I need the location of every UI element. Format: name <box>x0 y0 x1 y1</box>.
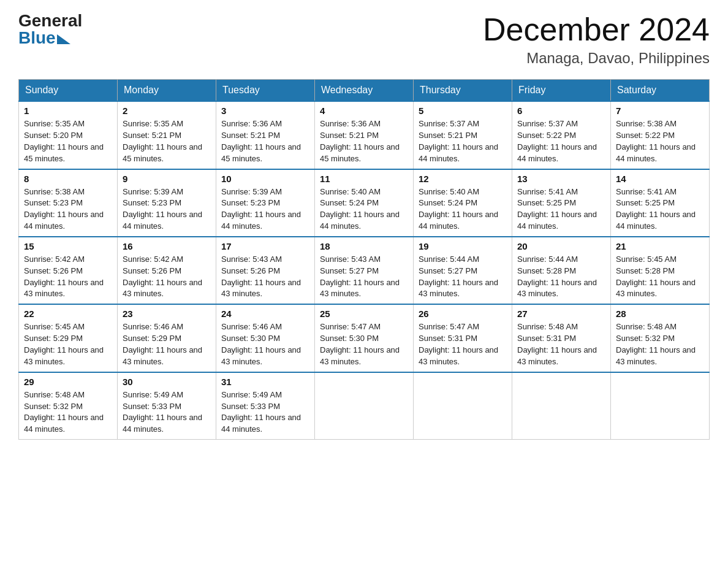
title-section: December 2024 Managa, Davao, Philippines <box>483 12 710 67</box>
calendar-cell: 11Sunrise: 5:40 AMSunset: 5:24 PMDayligh… <box>315 169 414 237</box>
day-info: Sunrise: 5:36 AMSunset: 5:21 PMDaylight:… <box>221 118 309 164</box>
calendar-cell: 26Sunrise: 5:47 AMSunset: 5:31 PMDayligh… <box>414 304 512 372</box>
day-number: 25 <box>320 308 408 319</box>
day-number: 27 <box>517 308 605 319</box>
calendar-cell: 22Sunrise: 5:45 AMSunset: 5:29 PMDayligh… <box>19 304 118 372</box>
day-number: 3 <box>221 105 309 116</box>
calendar-cell: 9Sunrise: 5:39 AMSunset: 5:23 PMDaylight… <box>118 169 216 237</box>
day-number: 24 <box>221 308 309 319</box>
day-info: Sunrise: 5:41 AMSunset: 5:25 PMDaylight:… <box>616 186 704 232</box>
column-header-monday: Monday <box>118 80 216 102</box>
column-header-tuesday: Tuesday <box>216 80 315 102</box>
calendar-cell: 1Sunrise: 5:35 AMSunset: 5:20 PMDaylight… <box>19 101 118 169</box>
day-info: Sunrise: 5:44 AMSunset: 5:28 PMDaylight:… <box>517 254 605 300</box>
week-row-5: 29Sunrise: 5:48 AMSunset: 5:32 PMDayligh… <box>19 372 710 440</box>
calendar-cell: 31Sunrise: 5:49 AMSunset: 5:33 PMDayligh… <box>216 372 315 440</box>
calendar-cell: 8Sunrise: 5:38 AMSunset: 5:23 PMDaylight… <box>19 169 118 237</box>
day-number: 26 <box>419 308 507 319</box>
day-info: Sunrise: 5:37 AMSunset: 5:22 PMDaylight:… <box>517 118 605 164</box>
day-info: Sunrise: 5:40 AMSunset: 5:24 PMDaylight:… <box>320 186 408 232</box>
day-number: 7 <box>616 105 704 116</box>
location-subtitle: Managa, Davao, Philippines <box>483 50 710 67</box>
calendar-cell: 23Sunrise: 5:46 AMSunset: 5:29 PMDayligh… <box>118 304 216 372</box>
day-info: Sunrise: 5:38 AMSunset: 5:22 PMDaylight:… <box>616 118 704 164</box>
calendar-cell: 14Sunrise: 5:41 AMSunset: 5:25 PMDayligh… <box>611 169 710 237</box>
calendar-cell: 30Sunrise: 5:49 AMSunset: 5:33 PMDayligh… <box>118 372 216 440</box>
day-number: 22 <box>24 308 112 319</box>
day-info: Sunrise: 5:48 AMSunset: 5:32 PMDaylight:… <box>24 389 112 435</box>
calendar-cell: 16Sunrise: 5:42 AMSunset: 5:26 PMDayligh… <box>118 237 216 304</box>
calendar-cell: 5Sunrise: 5:37 AMSunset: 5:21 PMDaylight… <box>414 101 512 169</box>
day-info: Sunrise: 5:47 AMSunset: 5:30 PMDaylight:… <box>320 321 408 367</box>
day-info: Sunrise: 5:45 AMSunset: 5:28 PMDaylight:… <box>616 254 704 300</box>
column-header-wednesday: Wednesday <box>315 80 414 102</box>
day-number: 29 <box>24 377 112 387</box>
column-header-friday: Friday <box>512 80 611 102</box>
day-number: 16 <box>123 241 211 251</box>
calendar-cell: 19Sunrise: 5:44 AMSunset: 5:27 PMDayligh… <box>414 237 512 304</box>
day-info: Sunrise: 5:49 AMSunset: 5:33 PMDaylight:… <box>123 389 211 435</box>
day-info: Sunrise: 5:44 AMSunset: 5:27 PMDaylight:… <box>419 254 507 300</box>
logo: General Blue <box>18 12 82 47</box>
logo-arrow-icon <box>57 34 70 44</box>
calendar-cell: 6Sunrise: 5:37 AMSunset: 5:22 PMDaylight… <box>512 101 611 169</box>
column-header-saturday: Saturday <box>611 80 710 102</box>
day-number: 1 <box>24 105 112 116</box>
calendar-cell: 10Sunrise: 5:39 AMSunset: 5:23 PMDayligh… <box>216 169 315 237</box>
day-info: Sunrise: 5:43 AMSunset: 5:27 PMDaylight:… <box>320 254 408 300</box>
calendar-cell: 4Sunrise: 5:36 AMSunset: 5:21 PMDaylight… <box>315 101 414 169</box>
calendar-table: SundayMondayTuesdayWednesdayThursdayFrid… <box>18 79 710 440</box>
calendar-cell: 17Sunrise: 5:43 AMSunset: 5:26 PMDayligh… <box>216 237 315 304</box>
calendar-cell: 15Sunrise: 5:42 AMSunset: 5:26 PMDayligh… <box>19 237 118 304</box>
day-info: Sunrise: 5:40 AMSunset: 5:24 PMDaylight:… <box>419 186 507 232</box>
calendar-cell: 21Sunrise: 5:45 AMSunset: 5:28 PMDayligh… <box>611 237 710 304</box>
calendar-cell: 27Sunrise: 5:48 AMSunset: 5:31 PMDayligh… <box>512 304 611 372</box>
logo-blue-text: Blue <box>18 29 56 47</box>
page-header: General Blue December 2024 Managa, Davao… <box>18 12 710 67</box>
day-number: 13 <box>517 174 605 184</box>
day-info: Sunrise: 5:48 AMSunset: 5:31 PMDaylight:… <box>517 321 605 367</box>
calendar-cell <box>512 372 611 440</box>
day-number: 4 <box>320 105 408 116</box>
day-number: 15 <box>24 241 112 251</box>
day-number: 14 <box>616 174 704 184</box>
day-info: Sunrise: 5:45 AMSunset: 5:29 PMDaylight:… <box>24 321 112 367</box>
week-row-3: 15Sunrise: 5:42 AMSunset: 5:26 PMDayligh… <box>19 237 710 304</box>
day-number: 17 <box>221 241 309 251</box>
day-info: Sunrise: 5:43 AMSunset: 5:26 PMDaylight:… <box>221 254 309 300</box>
calendar-cell: 25Sunrise: 5:47 AMSunset: 5:30 PMDayligh… <box>315 304 414 372</box>
calendar-cell: 18Sunrise: 5:43 AMSunset: 5:27 PMDayligh… <box>315 237 414 304</box>
week-row-2: 8Sunrise: 5:38 AMSunset: 5:23 PMDaylight… <box>19 169 710 237</box>
calendar-cell: 20Sunrise: 5:44 AMSunset: 5:28 PMDayligh… <box>512 237 611 304</box>
day-info: Sunrise: 5:42 AMSunset: 5:26 PMDaylight:… <box>123 254 211 300</box>
calendar-cell <box>315 372 414 440</box>
day-number: 19 <box>419 241 507 251</box>
calendar-header-row: SundayMondayTuesdayWednesdayThursdayFrid… <box>19 80 710 102</box>
calendar-cell: 28Sunrise: 5:48 AMSunset: 5:32 PMDayligh… <box>611 304 710 372</box>
day-info: Sunrise: 5:47 AMSunset: 5:31 PMDaylight:… <box>419 321 507 367</box>
column-header-sunday: Sunday <box>19 80 118 102</box>
day-info: Sunrise: 5:37 AMSunset: 5:21 PMDaylight:… <box>419 118 507 164</box>
calendar-cell: 2Sunrise: 5:35 AMSunset: 5:21 PMDaylight… <box>118 101 216 169</box>
day-info: Sunrise: 5:35 AMSunset: 5:20 PMDaylight:… <box>24 118 112 164</box>
week-row-1: 1Sunrise: 5:35 AMSunset: 5:20 PMDaylight… <box>19 101 710 169</box>
logo-general-text: General <box>18 12 82 29</box>
day-info: Sunrise: 5:42 AMSunset: 5:26 PMDaylight:… <box>24 254 112 300</box>
day-number: 23 <box>123 308 211 319</box>
day-info: Sunrise: 5:39 AMSunset: 5:23 PMDaylight:… <box>123 186 211 232</box>
day-number: 9 <box>123 174 211 184</box>
calendar-cell: 7Sunrise: 5:38 AMSunset: 5:22 PMDaylight… <box>611 101 710 169</box>
day-info: Sunrise: 5:35 AMSunset: 5:21 PMDaylight:… <box>123 118 211 164</box>
week-row-4: 22Sunrise: 5:45 AMSunset: 5:29 PMDayligh… <box>19 304 710 372</box>
day-number: 6 <box>517 105 605 116</box>
day-info: Sunrise: 5:46 AMSunset: 5:29 PMDaylight:… <box>123 321 211 367</box>
day-number: 30 <box>123 377 211 387</box>
calendar-cell: 13Sunrise: 5:41 AMSunset: 5:25 PMDayligh… <box>512 169 611 237</box>
day-info: Sunrise: 5:48 AMSunset: 5:32 PMDaylight:… <box>616 321 704 367</box>
day-number: 10 <box>221 174 309 184</box>
day-info: Sunrise: 5:46 AMSunset: 5:30 PMDaylight:… <box>221 321 309 367</box>
day-number: 8 <box>24 174 112 184</box>
month-year-title: December 2024 <box>483 12 710 47</box>
day-number: 12 <box>419 174 507 184</box>
day-number: 21 <box>616 241 704 251</box>
